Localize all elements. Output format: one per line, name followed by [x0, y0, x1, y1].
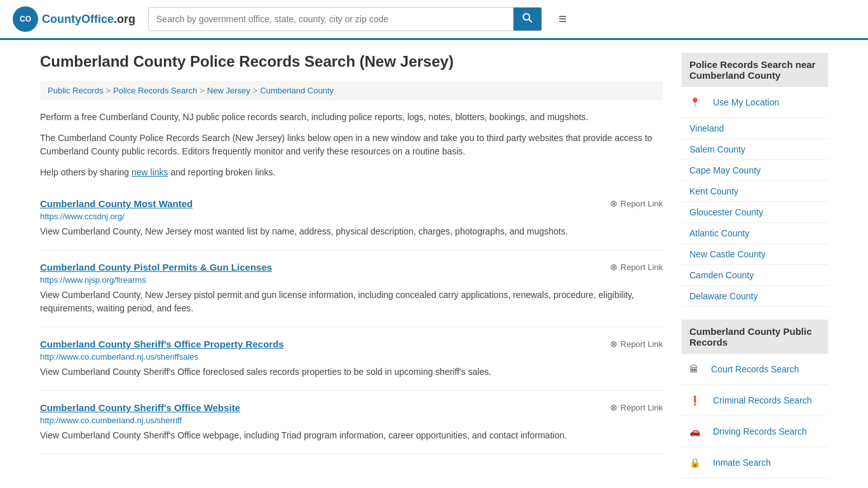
breadcrumb-link-new-jersey[interactable]: New Jersey	[207, 86, 250, 95]
list-item: Delaware County	[682, 286, 828, 307]
result-url: http://www.co.cumberland.nj.us/sherriff	[40, 416, 663, 425]
court-icon: 🏛	[689, 364, 698, 374]
sidebar-link-vineland[interactable]: Vineland	[682, 118, 828, 139]
sidebar-link-driving-records[interactable]: Driving Records Search	[705, 421, 815, 442]
description-2: The Cumberland County Police Records Sea…	[40, 132, 663, 158]
sidebar-link-new-castle[interactable]: New Castle County	[682, 244, 828, 264]
result-title-link[interactable]: Cumberland County Sheriff's Office Prope…	[40, 339, 284, 349]
list-item: Salem County	[682, 139, 828, 160]
result-item: Cumberland County Sheriff's Office Prope…	[40, 327, 663, 391]
result-description: View Cumberland County Sheriff's Office …	[40, 365, 663, 379]
result-item: Cumberland County Most Wanted ⊗ Report L…	[40, 187, 663, 250]
site-header: CO CountyOffice.org ≡	[0, 0, 868, 40]
report-link[interactable]: ⊗ Report Link	[610, 262, 663, 272]
description-3: Help others by sharing new links and rep…	[40, 166, 663, 179]
result-title-row: Cumberland County Sheriff's Office Prope…	[40, 339, 663, 349]
list-item: New Castle County	[682, 244, 828, 265]
list-item: 🔒 Inmate Search	[682, 447, 828, 478]
report-link[interactable]: ⊗ Report Link	[610, 402, 663, 412]
result-title-row: Cumberland County Sheriff's Office Websi…	[40, 402, 663, 413]
list-item: Atlantic County	[682, 223, 828, 244]
result-title-link[interactable]: Cumberland County Sheriff's Office Websi…	[40, 402, 240, 413]
page-title: Cumberland County Police Records Search …	[40, 53, 663, 71]
report-label: Report Link	[621, 403, 663, 412]
result-title-row: Cumberland County Pistol Permits & Gun L…	[40, 262, 663, 273]
list-item: 🚗 Driving Records Search	[682, 416, 828, 447]
description-3-pre: Help others by sharing	[40, 167, 132, 177]
result-description: View Cumberland County, New Jersey most …	[40, 225, 663, 238]
report-link[interactable]: ⊗ Report Link	[610, 339, 663, 349]
breadcrumb-sep-2: >	[200, 86, 205, 95]
result-url: http://www.co.cumberland.nj.us/sheriffsa…	[40, 352, 663, 362]
breadcrumb-link-public-records[interactable]: Public Records	[48, 86, 103, 95]
description-3-post: and reporting broken links.	[168, 167, 276, 177]
site-logo[interactable]: CO CountyOffice.org	[13, 6, 135, 32]
use-location-link[interactable]: Use My Location	[705, 92, 787, 112]
svg-line-3	[529, 20, 532, 23]
description-1: Perform a free Cumberland County, NJ pub…	[40, 111, 663, 124]
search-form	[148, 7, 542, 31]
report-icon: ⊗	[610, 402, 618, 412]
results-list: Cumberland County Most Wanted ⊗ Report L…	[40, 187, 663, 454]
sidebar-link-atlantic[interactable]: Atlantic County	[682, 223, 828, 243]
report-label: Report Link	[621, 199, 663, 208]
driving-icon: 🚗	[689, 426, 700, 437]
sidebar-pub-records-list: 🏛 Court Records Search ❗ Criminal Record…	[682, 354, 828, 478]
result-title-link[interactable]: Cumberland County Pistol Permits & Gun L…	[40, 262, 272, 273]
report-icon: ⊗	[610, 262, 618, 272]
inmate-icon: 🔒	[689, 458, 700, 468]
sidebar-nearby-header: Police Records Search near Cumberland Co…	[682, 53, 828, 87]
sidebar-link-court-records[interactable]: Court Records Search	[703, 359, 807, 379]
sidebar-link-cape-may[interactable]: Cape May County	[682, 160, 828, 180]
list-item: Cape May County	[682, 160, 828, 181]
sidebar: Police Records Search near Cumberland Co…	[682, 53, 828, 488]
report-icon: ⊗	[610, 339, 618, 349]
sidebar-use-location[interactable]: 📍 Use My Location	[682, 87, 828, 118]
logo-icon: CO	[13, 6, 38, 32]
location-icon: 📍	[689, 97, 700, 107]
report-icon: ⊗	[610, 198, 618, 208]
sidebar-link-inmate-search[interactable]: Inmate Search	[705, 452, 778, 473]
breadcrumb-sep-3: >	[253, 86, 258, 95]
result-title-row: Cumberland County Most Wanted ⊗ Report L…	[40, 198, 663, 209]
content-area: Cumberland County Police Records Search …	[40, 53, 663, 488]
result-description: View Cumberland County Sheriff's Office …	[40, 429, 663, 442]
search-button[interactable]	[513, 8, 541, 30]
sidebar-link-criminal-records[interactable]: Criminal Records Search	[705, 390, 820, 410]
sidebar-pub-records-section: Cumberland County Public Records 🏛 Court…	[682, 320, 828, 478]
logo-text: CountyOffice.org	[42, 13, 135, 26]
new-links-link[interactable]: new links	[132, 167, 168, 177]
report-link[interactable]: ⊗ Report Link	[610, 198, 663, 208]
menu-button[interactable]: ≡	[555, 7, 571, 31]
sidebar-link-camden[interactable]: Camden County	[682, 265, 828, 285]
search-input[interactable]	[149, 9, 513, 29]
list-item: Vineland	[682, 118, 828, 139]
svg-point-2	[524, 14, 530, 20]
breadcrumb-link-police-records[interactable]: Police Records Search	[113, 86, 197, 95]
breadcrumb-sep-1: >	[105, 86, 111, 95]
list-item: 🏛 Court Records Search	[682, 354, 828, 385]
report-label: Report Link	[621, 339, 663, 349]
svg-text:CO: CO	[20, 15, 31, 24]
sidebar-link-kent[interactable]: Kent County	[682, 181, 828, 201]
report-label: Report Link	[621, 262, 663, 272]
sidebar-pub-records-header: Cumberland County Public Records	[682, 320, 828, 354]
result-url: https://www.njsp.org/firearms	[40, 275, 663, 285]
sidebar-link-delaware[interactable]: Delaware County	[682, 286, 828, 306]
result-title-link[interactable]: Cumberland County Most Wanted	[40, 198, 193, 209]
result-description: View Cumberland County, New Jersey pisto…	[40, 288, 663, 315]
sidebar-link-gloucester[interactable]: Gloucester County	[682, 202, 828, 222]
breadcrumb-link-cumberland[interactable]: Cumberland County	[260, 86, 334, 95]
list-item: Kent County	[682, 181, 828, 202]
sidebar-nearby-list: 📍 Use My Location Vineland Salem County …	[682, 87, 828, 307]
list-item: Camden County	[682, 265, 828, 286]
result-url: https://www.ccsdnj.org/	[40, 212, 663, 221]
criminal-icon: ❗	[689, 395, 700, 405]
result-item: Cumberland County Pistol Permits & Gun L…	[40, 250, 663, 327]
list-item: Gloucester County	[682, 202, 828, 223]
result-item: Cumberland County Sheriff's Office Websi…	[40, 391, 663, 454]
main-container: Cumberland County Police Records Search …	[21, 40, 847, 488]
breadcrumb: Public Records > Police Records Search >…	[40, 81, 663, 100]
sidebar-link-salem[interactable]: Salem County	[682, 139, 828, 159]
sidebar-nearby-section: Police Records Search near Cumberland Co…	[682, 53, 828, 307]
